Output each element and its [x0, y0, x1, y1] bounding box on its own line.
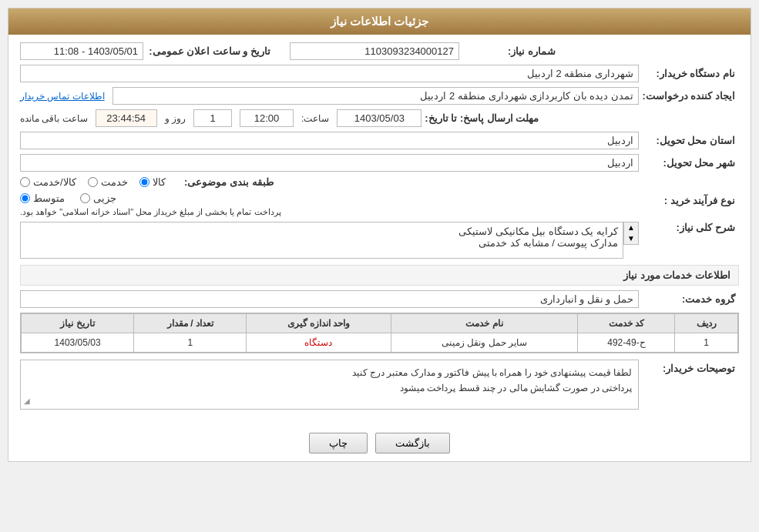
- cell-radif: 1: [675, 333, 738, 353]
- services-tbody: 1 ح-49-492 سایر حمل ونقل زمینی دستگاه 1 …: [22, 333, 738, 353]
- bazgasht-button[interactable]: بازگشت: [375, 433, 450, 453]
- mohlat-saat: 12:00: [240, 109, 294, 127]
- buyer-notes-line1: لطفا قیمت پیشنهادی خود را همراه با پیش ف…: [27, 365, 632, 380]
- sharh-line2: مدارک پیوست / مشابه کد خدمتی: [25, 237, 618, 249]
- content-area: شماره نیاز: 1103093234000127 تاریخ و ساع…: [8, 35, 751, 425]
- tabaqe-kala-khedmat-item: کالا/خدمت: [20, 176, 76, 188]
- dastgah-label: نام دستگاه خریدار:: [639, 68, 739, 79]
- group-row: گروه خدمت: حمل و نقل و انبارداری: [20, 290, 739, 308]
- sharh-label: شرح کلی نیاز:: [639, 222, 739, 233]
- sharh-line1: کرایه یک دستگاه بیل مکانیکی لاستیکی: [25, 226, 618, 237]
- col-tedad: تعداد / مقدار: [134, 314, 247, 333]
- nooe-motevaset-label: متوسط: [33, 192, 65, 204]
- nooe-jozyi-radio[interactable]: [80, 193, 90, 203]
- bottom-buttons: بازگشت چاپ: [8, 425, 751, 461]
- services-table-container: ردیف کد خدمت نام خدمت واحد اندازه گیری ت…: [20, 313, 739, 353]
- chap-button[interactable]: چاپ: [309, 433, 368, 453]
- tabaqe-kala-radio[interactable]: [139, 177, 149, 187]
- page-header: جزئیات اطلاعات نیاز: [8, 8, 751, 35]
- page-wrapper: جزئیات اطلاعات نیاز شماره نیاز: 11030932…: [0, 0, 759, 532]
- cell-tarikh: 1403/05/03: [22, 333, 134, 353]
- purchase-desc: پرداخت تمام یا بخشی از مبلغ خریداز محل "…: [20, 207, 281, 217]
- services-section-title: اطلاعات خدمات مورد نیاز: [20, 265, 739, 286]
- dastgah-value: شهرداری منطقه 2 اردبیل: [20, 65, 639, 82]
- mohlat-roz-label: روز و: [165, 113, 186, 124]
- ostan-value: اردبیل: [20, 132, 639, 149]
- mohlat-row: مهلت ارسال پاسخ: تا تاریخ: 1403/05/03 سا…: [20, 109, 739, 127]
- page-title: جزئیات اطلاعات نیاز: [331, 15, 428, 28]
- services-table: ردیف کد خدمت نام خدمت واحد اندازه گیری ت…: [21, 313, 738, 353]
- nooe-motevaset-item: متوسط: [20, 192, 65, 204]
- tabaqe-kala-khedmat-radio[interactable]: [20, 177, 30, 187]
- group-label: گروه خدمت:: [639, 293, 739, 305]
- cell-nam: سایر حمل ونقل زمینی: [391, 333, 578, 353]
- mohlat-saat-label: ساعت:: [301, 113, 329, 124]
- mohlat-label: مهلت ارسال پاسخ: تا تاریخ:: [425, 112, 542, 124]
- ostan-row: استان محل تحویل: اردبیل: [20, 132, 739, 149]
- nooe-jozyi-item: جزیی: [80, 192, 116, 204]
- tabaqe-kala-khedmat-label: کالا/خدمت: [33, 176, 76, 188]
- group-value: حمل و نقل و انبارداری: [20, 290, 639, 308]
- sharh-content: کرایه یک دستگاه بیل مکانیکی لاستیکی مدار…: [20, 222, 623, 259]
- buyer-notes-row: توصیحات خریدار: لطفا قیمت پیشنهادی خود ر…: [20, 360, 739, 410]
- ijad-value: تمدن دیده بان کاربردازی شهرداری منطقه 2 …: [113, 87, 639, 105]
- tabaqe-label: طبقه بندی موضوعی:: [177, 176, 277, 188]
- buyer-notes-box: لطفا قیمت پیشنهادی خود را همراه با پیش ف…: [20, 360, 639, 410]
- cell-kod: ح-49-492: [578, 333, 675, 353]
- tabaqe-row: طبقه بندی موضوعی: کالا خدمت کالا/خدمت: [20, 176, 739, 188]
- purchase-radio-group: جزیی متوسط: [20, 192, 116, 204]
- ostan-label: استان محل تحویل:: [639, 135, 739, 146]
- tabaqe-khedmat-radio[interactable]: [88, 177, 98, 187]
- col-nam: نام خدمت: [391, 314, 578, 333]
- services-section-title-text: اطلاعات خدمات مورد نیاز: [623, 269, 730, 281]
- table-header-row: ردیف کد خدمت نام خدمت واحد اندازه گیری ت…: [22, 314, 738, 333]
- nooe-label: نوع فرآیند خرید :: [639, 192, 739, 206]
- shahr-row: شهر محل تحویل: اردبیل: [20, 154, 739, 172]
- sharh-box: شرح کلی نیاز: ▲ ▼ کرایه یک دستگاه بیل مک…: [20, 222, 739, 259]
- purchase-type-row: نوع فرآیند خرید : جزیی متوسط پرداخت تمام…: [20, 192, 739, 217]
- tabaqe-group: کالا خدمت کالا/خدمت: [20, 176, 166, 188]
- col-kod: کد خدمت: [578, 314, 675, 333]
- table-row: 1 ح-49-492 سایر حمل ونقل زمینی دستگاه 1 …: [22, 333, 738, 353]
- shahr-label: شهر محل تحویل:: [639, 157, 739, 169]
- cell-vahed: دستگاه: [247, 333, 391, 353]
- cell-tedad: 1: [134, 333, 247, 353]
- shenaze-row: شماره نیاز: 1103093234000127 تاریخ و ساع…: [20, 42, 739, 60]
- mohlat-countdown: 23:44:54: [96, 109, 157, 127]
- tarikh-value: 1403/05/01 - 11:08: [20, 42, 143, 60]
- col-vahed: واحد اندازه گیری: [247, 314, 391, 333]
- sharh-arrow-up[interactable]: ▲: [624, 223, 638, 233]
- nooe-jozyi-label: جزیی: [93, 192, 116, 204]
- tarikh-label: تاریخ و ساعت اعلان عمومی:: [143, 45, 274, 57]
- ijad-link[interactable]: اطلاعات تماس خریدار: [20, 91, 105, 102]
- mohlat-roz: 1: [193, 109, 232, 127]
- tabaqe-kala-item: کالا: [139, 176, 166, 188]
- ijad-row: ایجاد کننده درخواست: تمدن دیده بان کاربر…: [20, 87, 739, 105]
- shahr-value: اردبیل: [20, 154, 639, 172]
- dastgah-row: نام دستگاه خریدار: شهرداری منطقه 2 اردبی…: [20, 65, 739, 82]
- tabaqe-khedmat-item: خدمت: [88, 176, 128, 188]
- resize-icon: ◢: [24, 394, 30, 407]
- sharh-scroll-arrows: ▲ ▼: [623, 222, 639, 245]
- shenaze-value: 1103093234000127: [290, 42, 459, 60]
- col-tarikh: تاریخ نیاز: [22, 314, 134, 333]
- buyer-notes-label: توصیحات خریدار:: [639, 360, 739, 374]
- tabaqe-khedmat-label: خدمت: [101, 176, 128, 188]
- main-container: جزئیات اطلاعات نیاز شماره نیاز: 11030932…: [8, 8, 751, 462]
- mohlat-baqi-label: ساعت باقی مانده: [20, 113, 88, 124]
- tabaqe-kala-label: کالا: [153, 176, 166, 188]
- col-radif: ردیف: [675, 314, 738, 333]
- mohlat-date: 1403/05/03: [337, 109, 421, 127]
- ijad-label: ایجاد کننده درخواست:: [639, 90, 739, 102]
- nooe-motevaset-radio[interactable]: [20, 193, 30, 203]
- shenaze-label: شماره نیاز:: [459, 45, 559, 57]
- purchase-type-content: جزیی متوسط پرداخت تمام یا بخشی از مبلغ خ…: [20, 192, 639, 217]
- buyer-notes-line2: پرداختی در صورت گشایش مالی در چند قسط پر…: [27, 380, 632, 396]
- sharh-arrow-down[interactable]: ▼: [624, 233, 638, 244]
